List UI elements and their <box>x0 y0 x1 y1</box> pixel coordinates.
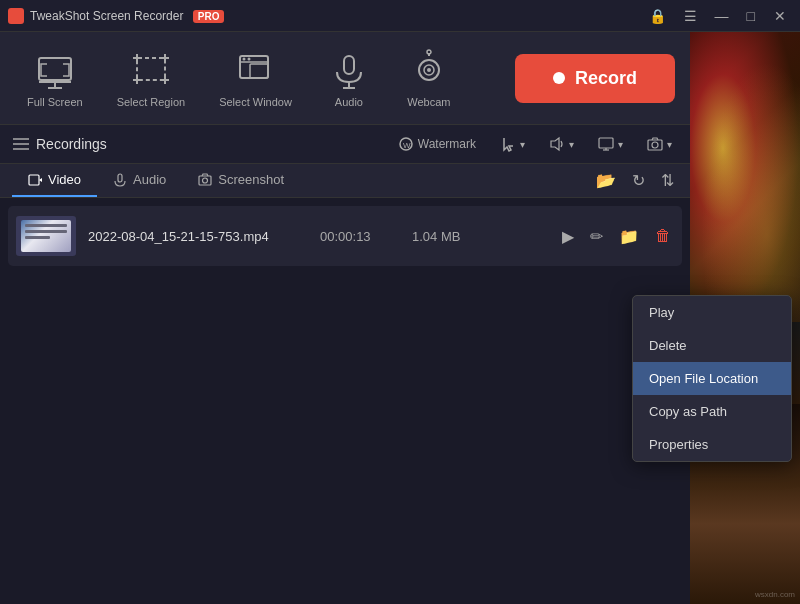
record-button[interactable]: Record <box>515 54 675 103</box>
maximize-button[interactable]: □ <box>742 6 760 26</box>
watermark-option[interactable]: W Watermark <box>392 133 482 155</box>
title-bar: TweakShot Screen Recorder PRO 🔒 ☰ — □ ✕ <box>0 0 800 32</box>
file-duration: 00:00:13 <box>320 229 400 244</box>
file-size: 1.04 MB <box>412 229 492 244</box>
ctx-delete[interactable]: Delete <box>633 329 791 362</box>
context-menu: Play Delete Open File Location Copy as P… <box>632 295 792 462</box>
webcam-label: Webcam <box>407 96 450 108</box>
webcam-icon <box>407 48 451 92</box>
menu-icon[interactable]: ☰ <box>679 6 702 26</box>
tool-select-window[interactable]: Select Window <box>207 42 304 114</box>
pro-badge: PRO <box>193 10 225 23</box>
app-logo <box>8 8 24 24</box>
select-region-label: Select Region <box>117 96 186 108</box>
svg-point-23 <box>427 68 431 72</box>
file-actions: ▶ ✏ 📁 🗑 <box>559 224 674 249</box>
minimize-button[interactable]: — <box>710 6 734 26</box>
thumbnail-preview <box>21 220 71 252</box>
open-folder-icon[interactable]: 📂 <box>592 167 620 194</box>
table-row: 2022-08-04_15-21-15-753.mp4 00:00:13 1.0… <box>8 206 682 266</box>
list-icon <box>12 135 30 153</box>
audio-icon <box>327 48 371 92</box>
sort-icon[interactable]: ⇅ <box>657 167 678 194</box>
svg-rect-18 <box>344 56 354 74</box>
edit-icon[interactable]: ✏ <box>587 224 606 249</box>
app-title: TweakShot Screen Recorder PRO <box>30 9 644 23</box>
camera-icon <box>647 136 663 152</box>
svg-rect-39 <box>118 174 122 182</box>
file-thumbnail <box>16 216 76 256</box>
left-panel: Full Screen S <box>0 32 690 604</box>
monitor-option[interactable]: ▾ <box>592 133 629 155</box>
watermark-text: wsxdn.com <box>755 590 795 599</box>
tool-select-region[interactable]: Select Region <box>105 42 198 114</box>
toolbar: Full Screen S <box>0 32 690 125</box>
ctx-open-file-location[interactable]: Open File Location <box>633 362 791 395</box>
tool-webcam[interactable]: Webcam <box>394 42 464 114</box>
svg-point-16 <box>247 58 250 61</box>
lock-icon[interactable]: 🔒 <box>644 6 671 26</box>
tabs-bar: Video Audio Screenshot 📂 ↻ <box>0 164 690 198</box>
select-window-label: Select Window <box>219 96 292 108</box>
select-window-icon <box>234 48 278 92</box>
volume-icon <box>549 136 565 152</box>
svg-text:W: W <box>403 141 411 150</box>
camera-option[interactable]: ▾ <box>641 133 678 155</box>
watermark-icon: W <box>398 136 414 152</box>
right-top-image <box>690 32 800 322</box>
record-dot <box>553 72 565 84</box>
svg-rect-17 <box>250 64 268 78</box>
select-region-icon <box>129 48 173 92</box>
file-name: 2022-08-04_15-21-15-753.mp4 <box>88 229 308 244</box>
ctx-play[interactable]: Play <box>633 296 791 329</box>
play-icon[interactable]: ▶ <box>559 224 577 249</box>
tab-video[interactable]: Video <box>12 164 97 197</box>
close-button[interactable]: ✕ <box>768 6 792 26</box>
window-controls: 🔒 ☰ — □ ✕ <box>644 6 792 26</box>
recordings-bar: Recordings W Watermark ▾ <box>0 125 690 164</box>
svg-rect-4 <box>137 58 165 80</box>
audio-label: Audio <box>335 96 363 108</box>
tab-screenshot[interactable]: Screenshot <box>182 164 300 197</box>
full-screen-icon <box>33 48 77 92</box>
cursor-option[interactable]: ▾ <box>494 133 531 155</box>
tab-audio[interactable]: Audio <box>97 164 182 197</box>
cursor-icon <box>500 136 516 152</box>
recordings-options: W Watermark ▾ ▾ <box>122 133 678 155</box>
audio-tab-icon <box>113 173 127 187</box>
file-list: 2022-08-04_15-21-15-753.mp4 00:00:13 1.0… <box>0 198 690 604</box>
video-tab-icon <box>28 173 42 187</box>
svg-rect-32 <box>599 138 613 148</box>
svg-rect-37 <box>29 175 39 185</box>
full-screen-label: Full Screen <box>27 96 83 108</box>
tool-full-screen[interactable]: Full Screen <box>15 42 95 114</box>
ctx-copy-as-path[interactable]: Copy as Path <box>633 395 791 428</box>
refresh-icon[interactable]: ↻ <box>628 167 649 194</box>
svg-point-41 <box>203 178 208 183</box>
recordings-title: Recordings <box>12 135 107 153</box>
svg-rect-40 <box>199 176 211 185</box>
tab-actions: 📂 ↻ ⇅ <box>592 167 678 194</box>
volume-option[interactable]: ▾ <box>543 133 580 155</box>
screenshot-tab-icon <box>198 173 212 187</box>
svg-marker-31 <box>551 138 559 150</box>
tool-audio[interactable]: Audio <box>314 42 384 114</box>
svg-point-15 <box>242 58 245 61</box>
delete-icon[interactable]: 🗑 <box>652 224 674 248</box>
monitor-icon <box>598 136 614 152</box>
ctx-properties[interactable]: Properties <box>633 428 791 461</box>
svg-point-25 <box>427 50 431 54</box>
folder-icon[interactable]: 📁 <box>616 224 642 249</box>
svg-point-36 <box>652 142 658 148</box>
